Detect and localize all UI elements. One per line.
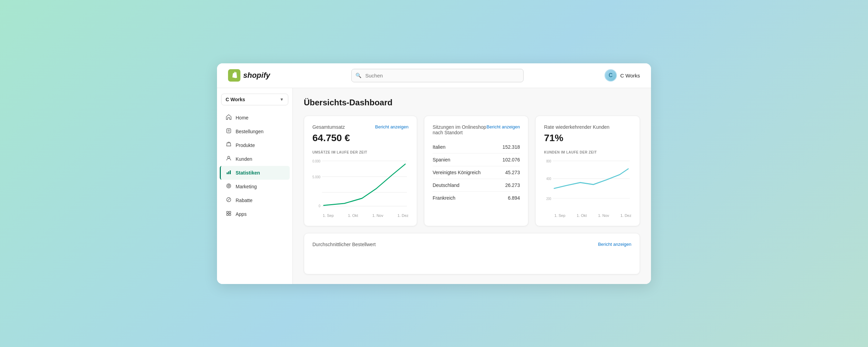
gesamtumsatz-chart-label: UMSÄTZE IM LAUFE DER ZEIT: [312, 150, 409, 154]
svg-text:800: 800: [546, 159, 551, 163]
country-label: Vereinigtes Königreich: [433, 170, 480, 175]
search-icon: 🔍: [355, 73, 361, 78]
sidebar-item-kunden[interactable]: Kunden: [220, 152, 290, 166]
store-name: C Works: [226, 97, 245, 102]
gesamtumsatz-chart: 70.000 35.000 0: [312, 157, 409, 212]
country-label: Deutschland: [433, 182, 459, 188]
sidebar-item-statistiken[interactable]: Statistiken: [220, 166, 290, 180]
sidebar-item-statistiken-label: Statistiken: [236, 170, 260, 176]
table-row: Deutschland 26.273: [433, 179, 520, 192]
sidebar-item-marketing[interactable]: Marketing: [220, 180, 290, 193]
logo-area: shopify: [228, 69, 270, 82]
wiederkehrende-chart-label: KUNDEN IM LAUFE DER ZEIT: [544, 150, 631, 154]
svg-point-10: [228, 186, 229, 186]
wiederkehrende-title: Rate wiederkehrender Kunden: [544, 124, 609, 130]
sidebar-item-bestellungen-label: Bestellungen: [236, 129, 264, 134]
discounts-icon: [225, 197, 232, 204]
svg-point-4: [228, 156, 230, 158]
bottom-card-row: Durchschnittlicher Bestellwert Bericht a…: [304, 233, 640, 274]
user-area: C C Works: [604, 69, 640, 82]
count-label: 6.894: [508, 195, 520, 201]
sidebar-item-home[interactable]: Home: [220, 111, 290, 125]
svg-text:400: 400: [546, 177, 551, 181]
orders-icon: [225, 128, 232, 135]
sidebar-item-bestellungen[interactable]: Bestellungen: [220, 125, 290, 138]
page-title: Übersichts-Dashboard: [304, 98, 640, 107]
table-row: Italien 152.318: [433, 141, 520, 154]
gesamtumsatz-link[interactable]: Bericht anzeigen: [375, 124, 409, 129]
svg-text:0: 0: [319, 204, 320, 208]
sitzungen-header: Sitzungen im Onlineshop nach Standort Be…: [433, 124, 520, 135]
sidebar-item-produkte-label: Produkte: [236, 143, 255, 148]
chevron-down-icon: ▼: [280, 97, 284, 102]
sidebar-item-kunden-label: Kunden: [236, 156, 252, 162]
svg-rect-13: [227, 211, 228, 213]
count-label: 26.273: [505, 182, 520, 188]
table-row: Spanien 102.076: [433, 154, 520, 166]
wiederkehrende-value: 71%: [544, 133, 631, 144]
count-label: 45.273: [505, 170, 520, 175]
sidebar-item-marketing-label: Marketing: [236, 184, 257, 189]
avatar[interactable]: C: [604, 69, 617, 82]
sidebar-item-produkte[interactable]: Produkte: [220, 138, 290, 152]
sidebar-item-home-label: Home: [236, 115, 248, 120]
sidebar-item-rabatte[interactable]: Rabatte: [220, 193, 290, 207]
wiederkehrende-chart: 800 400 200: [544, 157, 631, 212]
gesamtumsatz-value: 64.750 €: [312, 133, 409, 144]
wiederkehrende-x-labels: 1. Sep 1. Okt 1. Nov 1. Dez: [544, 212, 631, 218]
svg-line-12: [228, 199, 230, 201]
svg-text:35.000: 35.000: [312, 175, 320, 179]
country-label: Spanien: [433, 157, 450, 162]
cards-row: Gesamtumsatz Bericht anzeigen 64.750 € U…: [304, 116, 640, 226]
store-selector[interactable]: C Works ▼: [221, 94, 288, 105]
search-bar: 🔍: [351, 69, 524, 82]
wiederkehrende-header: Rate wiederkehrender Kunden: [544, 124, 631, 130]
gesamtumsatz-card: Gesamtumsatz Bericht anzeigen 64.750 € U…: [304, 116, 417, 226]
sidebar-item-rabatte-label: Rabatte: [236, 198, 252, 203]
svg-rect-15: [227, 214, 228, 215]
country-label: Frankreich: [433, 195, 455, 201]
sidebar: C Works ▼ Home Bestellungen Produkte: [217, 88, 293, 284]
svg-text:200: 200: [546, 196, 551, 201]
gesamtumsatz-x-labels: 1. Sep 1. Okt 1. Nov 1. Dez: [312, 212, 409, 218]
svg-rect-5: [227, 172, 228, 174]
svg-rect-16: [229, 214, 231, 215]
bestellwert-header: Durchschnittlicher Bestellwert Bericht a…: [312, 242, 631, 247]
home-icon: [225, 114, 232, 121]
products-icon: [225, 142, 232, 149]
shopify-logo-icon: [228, 69, 240, 82]
bestellwert-link[interactable]: Bericht anzeigen: [598, 242, 631, 247]
user-name: C Works: [620, 73, 640, 78]
bestellwert-card: Durchschnittlicher Bestellwert Bericht a…: [304, 233, 640, 274]
header: shopify 🔍 C C Works: [217, 63, 651, 88]
svg-text:70.000: 70.000: [312, 159, 320, 163]
svg-rect-14: [229, 211, 231, 213]
bestellwert-title: Durchschnittlicher Bestellwert: [312, 242, 376, 247]
marketing-icon: [225, 183, 232, 190]
table-row: Vereinigtes Königreich 45.273: [433, 166, 520, 179]
sitzungen-link[interactable]: Bericht anzeigen: [487, 124, 520, 129]
count-label: 102.076: [503, 157, 520, 162]
wiederkehrende-card: Rate wiederkehrender Kunden 71% KUNDEN I…: [535, 116, 640, 226]
customers-icon: [225, 156, 232, 162]
svg-rect-7: [230, 170, 231, 174]
svg-rect-6: [228, 171, 229, 174]
main-content: Übersichts-Dashboard Gesamtumsatz Berich…: [293, 88, 651, 284]
count-label: 152.318: [503, 144, 520, 150]
apps-icon: [225, 211, 232, 218]
sitzungen-title: Sitzungen im Onlineshop nach Standort: [433, 124, 487, 135]
gesamtumsatz-header: Gesamtumsatz Bericht anzeigen: [312, 124, 409, 130]
sitzungen-table: Italien 152.318 Spanien 102.076 Vereinig…: [433, 141, 520, 204]
table-row: Frankreich 6.894: [433, 192, 520, 204]
sidebar-item-apps-label: Apps: [236, 211, 247, 217]
logo-text: shopify: [243, 71, 270, 80]
app-container: shopify 🔍 C C Works C Works ▼ Home: [217, 63, 651, 284]
sidebar-item-apps[interactable]: Apps: [220, 207, 290, 221]
svg-rect-1: [227, 129, 231, 133]
search-input[interactable]: [351, 69, 524, 82]
gesamtumsatz-title: Gesamtumsatz: [312, 124, 345, 130]
sitzungen-card: Sitzungen im Onlineshop nach Standort Be…: [424, 116, 529, 226]
country-label: Italien: [433, 144, 445, 150]
body-area: C Works ▼ Home Bestellungen Produkte: [217, 88, 651, 284]
statistics-icon: [225, 169, 232, 176]
